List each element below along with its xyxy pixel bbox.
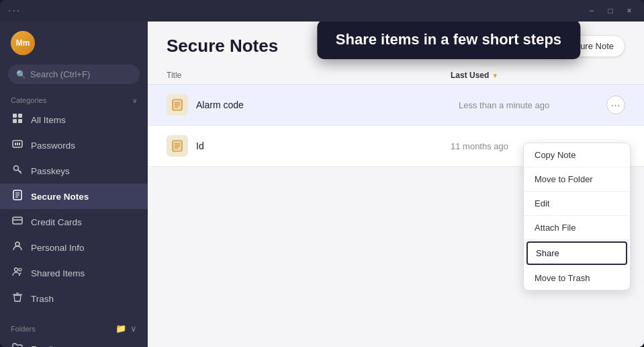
- sidebar-item-label: Family: [31, 344, 58, 348]
- svg-rect-14: [13, 217, 22, 224]
- folders-icons: 📁 ∨: [116, 323, 137, 334]
- new-folder-icon[interactable]: 📁: [116, 323, 126, 334]
- table-row[interactable]: Alarm code Less than a minute ago ···: [148, 85, 644, 126]
- sort-arrow-icon: ▼: [492, 72, 498, 79]
- svg-point-18: [19, 268, 21, 271]
- table-header: Title Last Used ▼: [148, 67, 644, 85]
- item-last-used: Less than a minute ago: [459, 100, 606, 110]
- sidebar-item-label: Passwords: [31, 141, 75, 151]
- sidebar-item-secure-notes[interactable]: Secure Notes: [0, 184, 148, 209]
- col-last-used-label[interactable]: Last Used ▼: [451, 71, 598, 80]
- item-name: Id: [196, 141, 451, 151]
- title-bar-dots: ···: [8, 5, 21, 17]
- sidebar-item-family-folder[interactable]: Family: [0, 336, 148, 347]
- svg-rect-3: [18, 119, 22, 123]
- person-icon: [11, 241, 24, 254]
- sidebar-item-label: Trash: [31, 294, 54, 304]
- item-more-button[interactable]: ···: [606, 95, 625, 114]
- folders-label: Folders: [11, 325, 36, 333]
- sidebar-item-label: Passkeys: [31, 166, 70, 176]
- close-button[interactable]: ×: [623, 4, 636, 17]
- sidebar-item-passkeys[interactable]: Passkeys: [0, 158, 148, 184]
- sidebar-item-label: Secure Notes: [31, 192, 89, 202]
- svg-rect-1: [18, 114, 22, 118]
- item-name: Alarm code: [196, 100, 459, 110]
- main-content: Share items in a few short steps Secure …: [148, 22, 644, 347]
- title-bar: ··· − □ ×: [0, 0, 644, 22]
- sidebar-avatar[interactable]: Mm: [0, 22, 148, 62]
- categories-label: Categories: [11, 96, 46, 104]
- folders-section-header: Folders 📁 ∨: [0, 319, 148, 336]
- title-bar-controls: − □ ×: [585, 4, 636, 17]
- tooltip-banner: Share items in a few short steps: [317, 22, 580, 59]
- note-icon-id: [167, 135, 188, 157]
- sidebar-item-credit-cards[interactable]: Credit Cards: [0, 209, 148, 235]
- trash-icon: [11, 292, 24, 305]
- svg-point-17: [15, 268, 18, 272]
- svg-point-8: [14, 166, 19, 171]
- svg-rect-0: [13, 114, 17, 118]
- sidebar-item-label: All Items: [31, 115, 66, 125]
- context-menu-move-to-trash[interactable]: Move to Trash: [524, 266, 630, 290]
- svg-rect-5: [15, 143, 16, 145]
- page-title: Secure Notes: [167, 36, 278, 56]
- folder-icon: [11, 342, 24, 347]
- main-layout: Mm 🔍 Search (Ctrl+F) Categories ∨: [0, 22, 644, 347]
- sidebar-item-passwords[interactable]: Passwords: [0, 132, 148, 158]
- sidebar: Mm 🔍 Search (Ctrl+F) Categories ∨: [0, 22, 148, 347]
- categories-chevron: ∨: [132, 97, 137, 104]
- sidebar-item-personal-info[interactable]: Personal Info: [0, 235, 148, 260]
- categories-section-header: Categories ∨: [0, 92, 148, 107]
- app-window: ··· − □ × Mm 🔍 Search (Ctrl+F) Categorie…: [0, 0, 644, 347]
- card-icon: [11, 215, 24, 229]
- context-menu-move-to-folder[interactable]: Move to Folder: [524, 167, 630, 192]
- svg-point-16: [15, 242, 19, 246]
- minimize-button[interactable]: −: [585, 4, 598, 17]
- context-menu-attach-file[interactable]: Attach File: [524, 216, 630, 240]
- svg-rect-2: [13, 119, 17, 123]
- svg-rect-6: [17, 143, 18, 145]
- sidebar-item-label: Credit Cards: [31, 217, 82, 227]
- search-placeholder: Search (Ctrl+F): [30, 69, 90, 79]
- search-box[interactable]: 🔍 Search (Ctrl+F): [8, 65, 140, 84]
- key-icon: [11, 139, 24, 152]
- col-title-label: Title: [167, 71, 451, 80]
- grid-icon: [11, 113, 24, 126]
- tooltip-text: Share items in a few short steps: [336, 31, 561, 48]
- folders-chevron[interactable]: ∨: [130, 323, 137, 334]
- note-icon-alarm: [167, 94, 188, 116]
- sidebar-item-label: Shared Items: [31, 268, 85, 278]
- context-menu-share[interactable]: Share: [526, 241, 627, 265]
- sidebar-item-label: Personal Info: [31, 243, 85, 253]
- people-icon: [11, 266, 24, 280]
- passkey-icon: [11, 164, 24, 178]
- avatar: Mm: [11, 31, 35, 55]
- sidebar-item-trash[interactable]: Trash: [0, 286, 148, 311]
- maximize-button[interactable]: □: [604, 4, 617, 17]
- note-icon: [11, 190, 24, 203]
- search-icon: 🔍: [16, 70, 26, 79]
- context-menu: Copy Note Move to Folder Edit Attach Fil…: [523, 143, 631, 291]
- context-menu-copy-note[interactable]: Copy Note: [524, 143, 630, 167]
- sidebar-item-all-items[interactable]: All Items: [0, 107, 148, 132]
- context-menu-edit[interactable]: Edit: [524, 192, 630, 216]
- title-bar-menu-dots: ···: [8, 5, 21, 17]
- svg-rect-7: [19, 143, 20, 145]
- sidebar-item-shared-items[interactable]: Shared Items: [0, 260, 148, 286]
